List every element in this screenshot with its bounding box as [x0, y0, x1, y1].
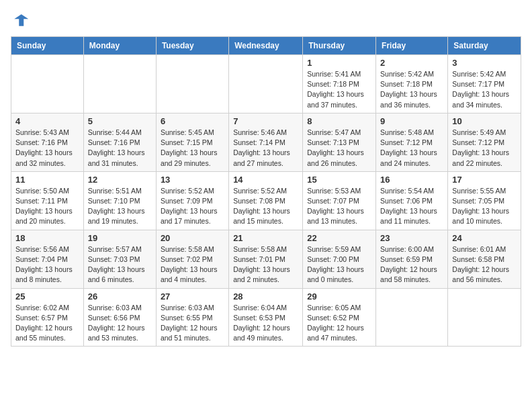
calendar-cell: 2Sunrise: 5:42 AM Sunset: 7:18 PM Daylig… [376, 55, 448, 113]
calendar-cell [156, 55, 228, 113]
day-number: 3 [452, 58, 517, 68]
day-number: 20 [161, 233, 224, 243]
day-number: 13 [161, 175, 224, 185]
day-number: 1 [307, 58, 371, 68]
day-number: 22 [307, 233, 371, 243]
calendar-cell: 20Sunrise: 5:58 AM Sunset: 7:02 PM Dayli… [156, 230, 228, 288]
calendar-cell: 5Sunrise: 5:44 AM Sunset: 7:16 PM Daylig… [83, 113, 156, 171]
svg-marker-1 [14, 14, 28, 26]
calendar-cell: 13Sunrise: 5:52 AM Sunset: 7:09 PM Dayli… [156, 171, 228, 230]
calendar-cell: 7Sunrise: 5:46 AM Sunset: 7:14 PM Daylig… [229, 113, 303, 171]
calendar-cell: 28Sunrise: 6:04 AM Sunset: 6:53 PM Dayli… [229, 288, 303, 347]
day-info: Sunrise: 5:53 AM Sunset: 7:07 PM Dayligh… [307, 186, 371, 227]
day-info: Sunrise: 5:42 AM Sunset: 7:17 PM Dayligh… [452, 69, 517, 110]
calendar-cell: 29Sunrise: 6:05 AM Sunset: 6:52 PM Dayli… [303, 288, 376, 347]
day-info: Sunrise: 5:59 AM Sunset: 7:00 PM Dayligh… [307, 244, 371, 285]
col-header-thursday: Thursday [303, 37, 376, 55]
day-info: Sunrise: 5:45 AM Sunset: 7:15 PM Dayligh… [161, 128, 224, 169]
day-info: Sunrise: 5:41 AM Sunset: 7:18 PM Dayligh… [307, 69, 371, 110]
day-info: Sunrise: 5:56 AM Sunset: 7:04 PM Dayligh… [15, 244, 79, 285]
day-info: Sunrise: 6:02 AM Sunset: 6:57 PM Dayligh… [15, 303, 79, 344]
day-number: 15 [307, 175, 371, 185]
col-header-saturday: Saturday [448, 37, 521, 55]
day-number: 29 [307, 291, 371, 302]
day-info: Sunrise: 5:42 AM Sunset: 7:18 PM Dayligh… [380, 69, 443, 110]
calendar-cell: 25Sunrise: 6:02 AM Sunset: 6:57 PM Dayli… [11, 288, 84, 347]
day-number: 24 [452, 233, 517, 243]
day-number: 2 [380, 58, 443, 68]
col-header-wednesday: Wednesday [229, 37, 303, 55]
calendar-cell: 4Sunrise: 5:43 AM Sunset: 7:16 PM Daylig… [11, 113, 84, 171]
day-number: 12 [88, 175, 152, 185]
calendar-cell: 17Sunrise: 5:55 AM Sunset: 7:05 PM Dayli… [448, 171, 521, 230]
day-number: 27 [161, 291, 224, 302]
day-info: Sunrise: 5:43 AM Sunset: 7:16 PM Dayligh… [15, 128, 79, 169]
day-number: 26 [88, 291, 152, 302]
logo-icon [11, 11, 30, 30]
day-info: Sunrise: 5:48 AM Sunset: 7:12 PM Dayligh… [380, 128, 443, 169]
calendar-cell: 16Sunrise: 5:54 AM Sunset: 7:06 PM Dayli… [376, 171, 448, 230]
day-number: 10 [452, 116, 517, 126]
day-number: 25 [15, 291, 79, 302]
day-number: 16 [380, 175, 443, 185]
day-number: 5 [88, 116, 152, 126]
day-number: 4 [15, 116, 79, 126]
day-number: 8 [307, 116, 371, 126]
day-info: Sunrise: 5:55 AM Sunset: 7:05 PM Dayligh… [452, 186, 517, 227]
calendar-cell: 12Sunrise: 5:51 AM Sunset: 7:10 PM Dayli… [83, 171, 156, 230]
calendar-cell: 27Sunrise: 6:03 AM Sunset: 6:55 PM Dayli… [156, 288, 228, 347]
col-header-sunday: Sunday [11, 37, 84, 55]
day-info: Sunrise: 5:46 AM Sunset: 7:14 PM Dayligh… [233, 128, 298, 169]
calendar-cell: 15Sunrise: 5:53 AM Sunset: 7:07 PM Dayli… [303, 171, 376, 230]
day-info: Sunrise: 5:52 AM Sunset: 7:08 PM Dayligh… [233, 186, 298, 227]
calendar-cell [376, 288, 448, 347]
calendar-cell: 14Sunrise: 5:52 AM Sunset: 7:08 PM Dayli… [229, 171, 303, 230]
calendar-cell: 3Sunrise: 5:42 AM Sunset: 7:17 PM Daylig… [448, 55, 521, 113]
calendar-table: SundayMondayTuesdayWednesdayThursdayFrid… [11, 36, 521, 347]
day-info: Sunrise: 6:05 AM Sunset: 6:52 PM Dayligh… [307, 303, 371, 344]
day-number: 28 [233, 291, 298, 302]
day-number: 23 [380, 233, 443, 243]
calendar-cell: 23Sunrise: 6:00 AM Sunset: 6:59 PM Dayli… [376, 230, 448, 288]
col-header-monday: Monday [83, 37, 156, 55]
logo [11, 11, 32, 30]
calendar-cell: 26Sunrise: 6:03 AM Sunset: 6:56 PM Dayli… [83, 288, 156, 347]
day-number: 21 [233, 233, 298, 243]
day-number: 19 [88, 233, 152, 243]
calendar-cell: 21Sunrise: 5:58 AM Sunset: 7:01 PM Dayli… [229, 230, 303, 288]
day-number: 17 [452, 175, 517, 185]
day-info: Sunrise: 5:52 AM Sunset: 7:09 PM Dayligh… [161, 186, 224, 227]
col-header-friday: Friday [376, 37, 448, 55]
day-info: Sunrise: 6:03 AM Sunset: 6:55 PM Dayligh… [161, 303, 224, 344]
day-info: Sunrise: 5:58 AM Sunset: 7:02 PM Dayligh… [161, 244, 224, 285]
day-info: Sunrise: 6:00 AM Sunset: 6:59 PM Dayligh… [380, 244, 443, 285]
calendar-cell: 22Sunrise: 5:59 AM Sunset: 7:00 PM Dayli… [303, 230, 376, 288]
calendar-cell: 19Sunrise: 5:57 AM Sunset: 7:03 PM Dayli… [83, 230, 156, 288]
day-info: Sunrise: 5:54 AM Sunset: 7:06 PM Dayligh… [380, 186, 443, 227]
calendar-cell: 10Sunrise: 5:49 AM Sunset: 7:12 PM Dayli… [448, 113, 521, 171]
calendar-cell: 6Sunrise: 5:45 AM Sunset: 7:15 PM Daylig… [156, 113, 228, 171]
calendar-cell: 18Sunrise: 5:56 AM Sunset: 7:04 PM Dayli… [11, 230, 84, 288]
day-info: Sunrise: 5:50 AM Sunset: 7:11 PM Dayligh… [15, 186, 79, 227]
day-number: 9 [380, 116, 443, 126]
calendar-cell [229, 55, 303, 113]
calendar-cell [83, 55, 156, 113]
day-info: Sunrise: 6:03 AM Sunset: 6:56 PM Dayligh… [88, 303, 152, 344]
day-info: Sunrise: 5:58 AM Sunset: 7:01 PM Dayligh… [233, 244, 298, 285]
day-number: 7 [233, 116, 298, 126]
calendar-cell [11, 55, 84, 113]
day-info: Sunrise: 6:04 AM Sunset: 6:53 PM Dayligh… [233, 303, 298, 344]
day-number: 11 [15, 175, 79, 185]
day-info: Sunrise: 5:57 AM Sunset: 7:03 PM Dayligh… [88, 244, 152, 285]
day-number: 18 [15, 233, 79, 243]
day-number: 14 [233, 175, 298, 185]
day-info: Sunrise: 5:44 AM Sunset: 7:16 PM Dayligh… [88, 128, 152, 169]
day-info: Sunrise: 5:47 AM Sunset: 7:13 PM Dayligh… [307, 128, 371, 169]
calendar-cell: 9Sunrise: 5:48 AM Sunset: 7:12 PM Daylig… [376, 113, 448, 171]
day-info: Sunrise: 5:49 AM Sunset: 7:12 PM Dayligh… [452, 128, 517, 169]
calendar-cell: 1Sunrise: 5:41 AM Sunset: 7:18 PM Daylig… [303, 55, 376, 113]
day-info: Sunrise: 5:51 AM Sunset: 7:10 PM Dayligh… [88, 186, 152, 227]
calendar-cell [448, 288, 521, 347]
calendar-cell: 8Sunrise: 5:47 AM Sunset: 7:13 PM Daylig… [303, 113, 376, 171]
calendar-cell: 11Sunrise: 5:50 AM Sunset: 7:11 PM Dayli… [11, 171, 84, 230]
